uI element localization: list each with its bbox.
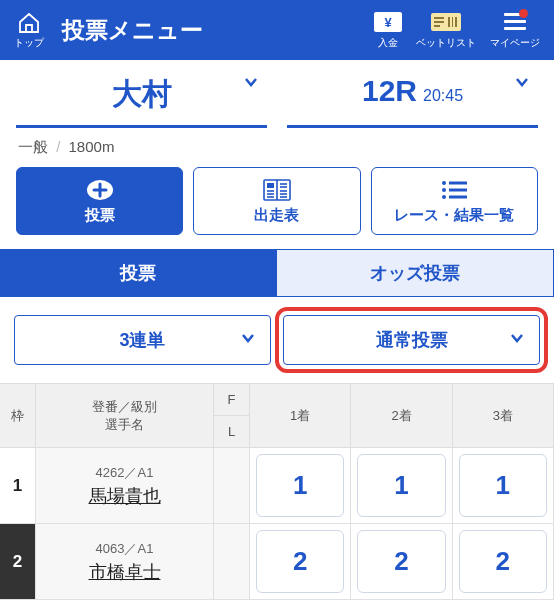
svg-rect-12 [267,183,274,188]
newspaper-icon [263,178,291,202]
racer-reg: 4063／A1 [96,540,154,558]
entries-action-label: 出走表 [254,206,299,225]
bet-type-selector[interactable]: 3連単 [14,315,271,365]
deposit-label: 入金 [378,36,398,50]
table-row: 24063／A1市橋卓士222 [0,524,554,600]
place1-button[interactable]: 2 [256,530,344,593]
chevron-down-icon [240,330,256,351]
fl-cell [214,524,250,600]
plus-circle-icon [86,178,114,202]
svg-rect-3 [434,17,444,19]
table-row: 14262／A1馬場貴也111 [0,448,554,524]
th-waku: 枠 [0,384,36,448]
waku-cell: 2 [0,524,36,600]
top-button[interactable]: トップ [14,11,44,50]
betlist-label: ベットリスト [416,36,476,50]
svg-text:¥: ¥ [384,15,392,30]
top-label: トップ [14,36,44,50]
chevron-down-icon [243,74,259,94]
place2-button[interactable]: 1 [357,454,445,517]
th-name: 登番／級別 選手名 [36,384,214,448]
results-action-button[interactable]: レース・結果一覧 [371,167,538,235]
th-place1: 1着 [250,384,351,448]
entries-action-button[interactable]: 出走表 [193,167,360,235]
fl-cell [214,448,250,524]
svg-rect-6 [448,17,450,27]
vote-mode-selector[interactable]: 通常投票 [283,315,540,365]
svg-rect-24 [449,188,467,191]
race-info: 一般 / 1800m [0,128,554,167]
racer-name: 馬場貴也 [89,484,161,508]
th-place3: 3着 [453,384,554,448]
racer-cell[interactable]: 4262／A1馬場貴也 [36,448,214,524]
yen-note-icon: ¥ [374,11,402,33]
racer-table: 枠 登番／級別 選手名 F L 1着 2着 3着 14262／A1馬場貴也111… [0,384,554,600]
place3-button[interactable]: 1 [459,454,547,517]
deposit-button[interactable]: ¥ 入金 [374,11,402,50]
betlist-button[interactable]: ベットリスト [416,11,476,50]
svg-rect-8 [455,17,457,27]
bet-type-label: 3連単 [119,328,165,352]
th-fl: F L [214,384,250,448]
hamburger-icon [504,11,526,33]
ticket-icon [431,11,461,33]
chevron-down-icon [514,74,530,94]
place1-button[interactable]: 1 [256,454,344,517]
home-icon [17,11,41,35]
svg-point-23 [442,188,446,192]
svg-rect-22 [449,181,467,184]
svg-rect-26 [449,195,467,198]
svg-rect-7 [452,17,453,27]
th-place2: 2着 [351,384,452,448]
svg-point-25 [442,195,446,199]
racer-reg: 4262／A1 [96,464,154,482]
page-title: 投票メニュー [62,15,374,46]
vote-action-label: 投票 [85,206,115,225]
list-icon [441,178,467,202]
vote-mode-label: 通常投票 [376,328,448,352]
notification-dot-icon [519,9,528,18]
race-selector[interactable]: 12R 20:45 [287,74,538,128]
race-distance: 1800m [69,138,115,155]
place2-button[interactable]: 2 [357,530,445,593]
svg-point-21 [442,181,446,185]
tab-vote[interactable]: 投票 [0,249,277,297]
separator: / [56,138,60,155]
vote-action-button[interactable]: 投票 [16,167,183,235]
results-action-label: レース・結果一覧 [394,206,514,225]
svg-rect-4 [434,21,444,23]
tab-odds-vote[interactable]: オッズ投票 [277,249,555,297]
mypage-button[interactable]: マイページ [490,11,540,50]
race-number: 12R [362,74,417,108]
venue-name: 大村 [112,74,172,115]
app-header: トップ 投票メニュー ¥ 入金 ベットリスト マイページ [0,0,554,60]
place3-button[interactable]: 2 [459,530,547,593]
mypage-label: マイページ [490,36,540,50]
svg-rect-5 [434,25,440,27]
racer-name: 市橋卓士 [89,560,161,584]
waku-cell: 1 [0,448,36,524]
racer-cell[interactable]: 4063／A1市橋卓士 [36,524,214,600]
chevron-down-icon [509,330,525,351]
race-class: 一般 [18,138,48,155]
venue-selector[interactable]: 大村 [16,74,267,128]
race-time: 20:45 [423,87,463,105]
